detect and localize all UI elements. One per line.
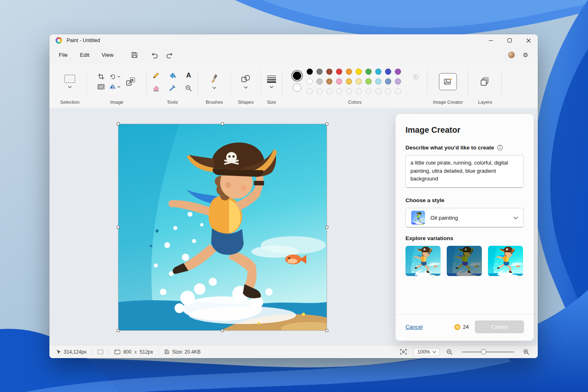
info-icon[interactable] (497, 145, 503, 151)
palette-empty-slot[interactable] (356, 88, 362, 94)
palette-swatch[interactable] (356, 69, 362, 75)
create-button[interactable]: Create (475, 321, 524, 333)
menu-file[interactable]: File (53, 49, 74, 61)
selection-options-button[interactable] (98, 84, 105, 90)
file-size-value: Size: 20.4KB (172, 349, 200, 355)
cancel-button[interactable]: Cancel (405, 324, 423, 330)
layers-icon (480, 76, 490, 87)
selection-handle-e[interactable] (325, 226, 328, 229)
palette-swatch[interactable] (346, 78, 352, 85)
zoom-level-dropdown[interactable]: 100% (414, 348, 440, 356)
palette-swatch[interactable] (316, 78, 323, 85)
edit-colors-button[interactable]: + (406, 76, 417, 87)
prompt-input[interactable]: a little cute pirate, running, colorful,… (405, 155, 524, 188)
chevron-down-icon[interactable] (212, 87, 216, 89)
rotate-icon (109, 74, 116, 80)
zoom-fit-button[interactable] (398, 347, 409, 357)
generated-image-canvas[interactable] (118, 124, 327, 330)
palette-swatch[interactable] (375, 69, 381, 75)
chevron-down-icon[interactable] (117, 86, 120, 88)
zoom-slider[interactable] (462, 352, 514, 352)
account-avatar[interactable] (508, 51, 515, 58)
maximize-button[interactable] (500, 34, 519, 47)
palette-swatch[interactable] (385, 78, 391, 85)
undo-button[interactable] (147, 49, 162, 61)
image-creator-button[interactable] (439, 73, 457, 90)
zoom-in-icon (523, 349, 530, 355)
primary-color-swatch[interactable] (293, 71, 301, 80)
palette-empty-slot[interactable] (326, 88, 332, 94)
palette-swatch[interactable] (326, 78, 332, 85)
menu-view[interactable]: View (96, 49, 120, 61)
selection-handle-se[interactable] (325, 329, 328, 332)
style-label: Choose a style (405, 197, 524, 203)
brushes-button[interactable] (210, 74, 219, 89)
chevron-down-icon[interactable] (244, 86, 248, 89)
variation-1-thumbnail[interactable] (405, 246, 441, 276)
palette-empty-slot[interactable] (385, 88, 391, 94)
eraser-tool-button[interactable] (152, 85, 160, 91)
zoom-in-button[interactable] (521, 347, 532, 357)
selection-handle-nw[interactable] (117, 122, 120, 125)
palette-swatch[interactable] (395, 69, 401, 75)
palette-empty-slot[interactable] (346, 88, 352, 94)
minimize-button[interactable] (481, 34, 500, 47)
selection-tool-button[interactable] (65, 75, 75, 88)
text-tool-button[interactable]: A (186, 71, 191, 80)
close-button[interactable] (519, 34, 538, 47)
style-dropdown[interactable]: Oil painting (405, 208, 524, 227)
magnifier-tool-button[interactable] (185, 85, 192, 92)
palette-swatch[interactable] (375, 78, 381, 85)
ribbon-group-shapes: Shapes (231, 63, 261, 108)
resize-button[interactable] (125, 76, 136, 87)
crop-button[interactable] (98, 73, 105, 80)
variation-2-thumbnail[interactable] (447, 246, 482, 276)
palette-swatch[interactable] (385, 69, 391, 75)
save-button[interactable] (127, 49, 142, 61)
rotate-button[interactable] (109, 74, 120, 80)
palette-empty-slot[interactable] (316, 88, 323, 94)
palette-empty-slot[interactable] (365, 88, 372, 94)
chevron-down-icon[interactable] (117, 76, 120, 78)
chevron-down-icon[interactable] (270, 86, 274, 88)
layers-button[interactable] (480, 76, 490, 87)
zoom-out-button[interactable] (444, 347, 455, 357)
selection-handle-sw[interactable] (117, 329, 120, 332)
size-button[interactable] (267, 75, 276, 88)
selection-handle-n[interactable] (221, 122, 224, 125)
describe-label: Describe what you'd like to create (405, 145, 494, 151)
zoom-slider-thumb[interactable] (481, 349, 486, 354)
palette-swatch[interactable] (346, 69, 352, 75)
fill-tool-button[interactable] (168, 71, 176, 79)
settings-button[interactable]: ⚙ (518, 49, 533, 61)
chevron-down-icon[interactable] (68, 86, 72, 88)
palette-swatch[interactable] (307, 78, 313, 85)
palette-swatch[interactable] (356, 78, 362, 85)
selection-handle-ne[interactable] (325, 122, 328, 125)
palette-swatch[interactable] (336, 69, 342, 75)
palette-swatch[interactable] (307, 69, 313, 75)
flip-button[interactable] (109, 84, 120, 90)
ribbon-group-image-creator: Image Creator (428, 63, 468, 108)
palette-empty-slot[interactable] (395, 88, 401, 94)
selection-handle-w[interactable] (117, 226, 120, 229)
secondary-color-swatch[interactable] (293, 83, 301, 92)
palette-swatch[interactable] (316, 69, 323, 75)
palette-empty-slot[interactable] (375, 88, 381, 94)
pencil-tool-button[interactable] (152, 71, 160, 79)
color-picker-tool-button[interactable] (169, 85, 176, 92)
variation-3-thumbnail[interactable] (488, 246, 523, 276)
palette-empty-slot[interactable] (307, 88, 313, 94)
palette-swatch[interactable] (365, 69, 372, 75)
palette-swatch[interactable] (395, 78, 401, 85)
selection-handle-s[interactable] (221, 329, 224, 332)
palette-swatch[interactable] (326, 69, 332, 75)
redo-button[interactable] (162, 49, 177, 61)
palette-empty-slot[interactable] (336, 88, 342, 94)
palette-swatch[interactable] (336, 78, 342, 85)
palette-swatch[interactable] (365, 78, 372, 85)
shapes-button[interactable] (241, 74, 251, 89)
style-value: Oil painting (430, 215, 508, 221)
resize-icon (125, 76, 136, 87)
menu-edit[interactable]: Edit (74, 49, 96, 61)
